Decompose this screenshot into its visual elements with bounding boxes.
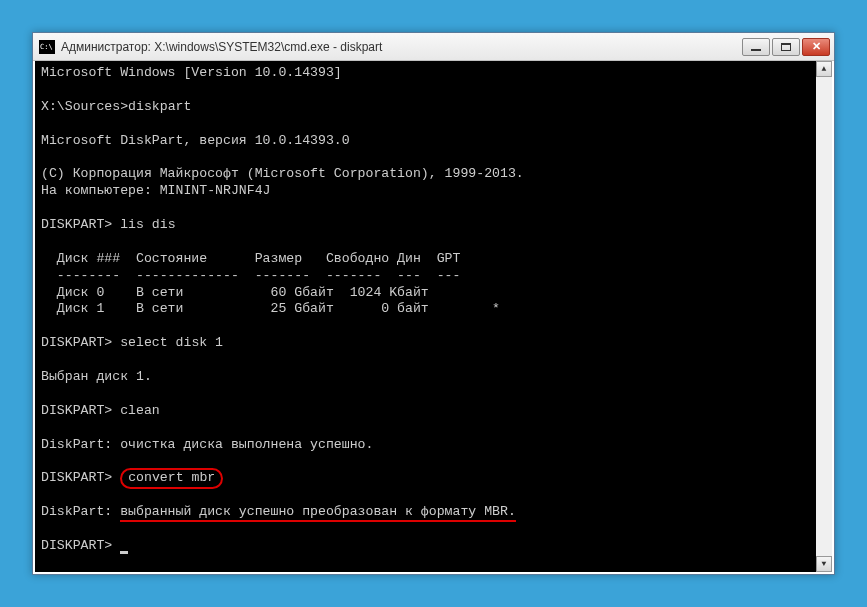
table-sep: -------- ------------- ------- ------- -… xyxy=(41,268,460,283)
prompt: DISKPART> xyxy=(41,335,112,350)
output-prefix: DiskPart: xyxy=(41,504,120,519)
table-row: Диск 0 В сети 60 Gбайт 1024 Kбайт xyxy=(41,285,429,300)
command: diskpart xyxy=(128,99,191,114)
command: clean xyxy=(120,403,160,418)
highlighted-command: convert mbr xyxy=(120,468,223,489)
output-line: Microsoft Windows [Version 10.0.14393] xyxy=(41,65,342,80)
prompt: DISKPART> xyxy=(41,403,112,418)
prompt: DISKPART> xyxy=(41,538,112,553)
output-line: (C) Корпорация Майкрософт (Microsoft Cor… xyxy=(41,166,524,181)
cursor xyxy=(120,551,128,554)
highlighted-output: выбранный диск успешно преобразован к фо… xyxy=(120,504,516,522)
output-line: Выбран диск 1. xyxy=(41,369,152,384)
output-line: DiskPart: очистка диска выполнена успешн… xyxy=(41,437,373,452)
scrollbar[interactable]: ▲ ▼ xyxy=(816,61,832,572)
terminal-area[interactable]: Microsoft Windows [Version 10.0.14393] X… xyxy=(33,61,834,574)
output-line: Microsoft DiskPart, версия 10.0.14393.0 xyxy=(41,133,350,148)
table-header: Диск ### Состояние Размер Свободно Дин G… xyxy=(41,251,460,266)
close-button[interactable]: ✕ xyxy=(802,38,830,56)
cmd-window: Администратор: X:\windows\SYSTEM32\cmd.e… xyxy=(32,32,835,575)
command: lis dis xyxy=(120,217,175,232)
titlebar: Администратор: X:\windows\SYSTEM32\cmd.e… xyxy=(33,33,834,61)
table-row: Диск 1 В сети 25 Gбайт 0 байт * xyxy=(41,301,500,316)
scroll-up-button[interactable]: ▲ xyxy=(816,61,832,77)
window-title: Администратор: X:\windows\SYSTEM32\cmd.e… xyxy=(61,40,742,54)
prompt: X:\Sources> xyxy=(41,99,128,114)
maximize-button[interactable] xyxy=(772,38,800,56)
scroll-down-button[interactable]: ▼ xyxy=(816,556,832,572)
cmd-icon xyxy=(39,40,55,54)
output-line: На компьютере: MININT-NRJNF4J xyxy=(41,183,271,198)
minimize-button[interactable] xyxy=(742,38,770,56)
prompt: DISKPART> xyxy=(41,217,112,232)
command: select disk 1 xyxy=(120,335,223,350)
window-controls: ✕ xyxy=(742,38,830,56)
prompt: DISKPART> xyxy=(41,470,112,485)
terminal-output: Microsoft Windows [Version 10.0.14393] X… xyxy=(41,65,826,555)
